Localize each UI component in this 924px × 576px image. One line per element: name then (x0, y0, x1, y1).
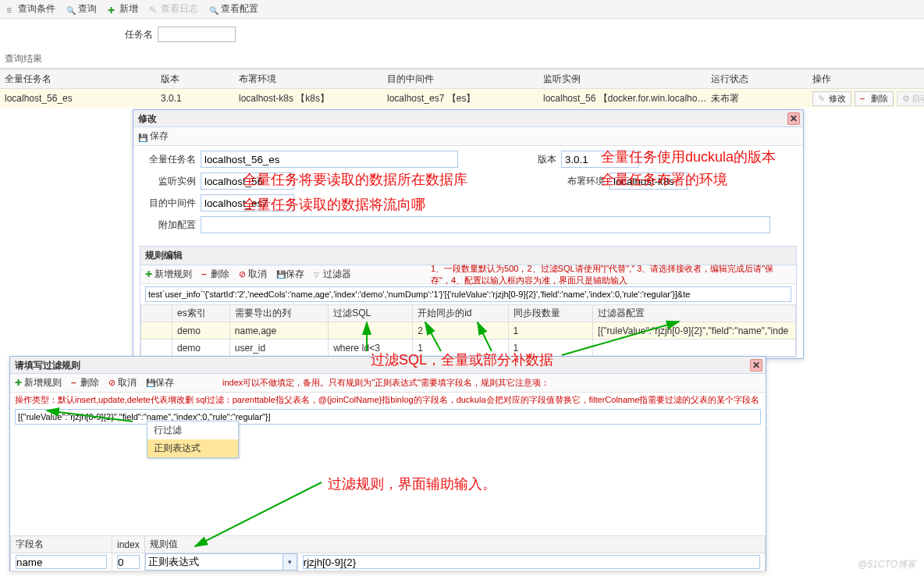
dialog-title: 修改 ✕ (133, 110, 803, 127)
filter-icon (314, 268, 323, 278)
task-name-input[interactable] (158, 27, 236, 42)
col-ver: 版本 (161, 73, 239, 86)
f-add[interactable]: 新增规则 (15, 376, 62, 389)
del-icon (201, 268, 211, 278)
save-icon (146, 377, 155, 386)
view-icon (209, 5, 219, 14)
rule-save[interactable]: 保存 (276, 268, 304, 281)
close-icon[interactable]: ✕ (750, 359, 762, 372)
col-inst: 监听实例 (543, 73, 711, 86)
del-icon (860, 94, 869, 103)
lbl-extra: 附加配置 (141, 219, 196, 232)
rule-value-input[interactable] (303, 555, 760, 569)
table-row[interactable]: demoname,age21[{"ruleValue":"rjzjh[0-9]{… (141, 322, 796, 340)
grid-header: 全量任务名 版本 布署环境 目的中间件 监听实例 运行状态 操作 (0, 69, 924, 89)
filter-dlg-title: 请填写过滤规则 ✕ (10, 357, 766, 374)
main-toolbar: 查询条件 查询 新增 查看日志 查看配置 (0, 0, 924, 19)
field-name-input[interactable] (16, 555, 107, 569)
rule-filter[interactable]: 过滤器 (314, 268, 351, 281)
lbl-name: 全量任务名 (141, 153, 196, 166)
rule-del[interactable]: 删除 (201, 268, 229, 281)
start-icon: ⚙ (902, 94, 910, 104)
condition-row: 任务名 (0, 19, 924, 50)
row-name: localhost_56_es (5, 93, 161, 104)
inp-mid[interactable] (201, 194, 294, 212)
row-ver: 3.0.1 (161, 93, 239, 104)
rule-type-combo[interactable] (145, 553, 297, 571)
del-button[interactable]: 删除 (855, 91, 894, 106)
col-env: 布署环境 (239, 73, 387, 86)
start-button[interactable]: ⚙启动 (897, 91, 924, 106)
index-input[interactable] (117, 555, 140, 569)
table-row[interactable]: demouser_idwhere Id<311 (141, 340, 796, 357)
rule-panel: 规则编辑 新增规则 删除 取消 保存 过滤器 1、一段数量默认为500，2、过滤… (140, 246, 797, 357)
results-title: 查询结果 (0, 50, 924, 69)
f-note1: index可以不做填定，备用。只有规则为"正则表达式"需要填字段名，规则其它注意… (183, 377, 549, 389)
task-name-label: 任务名 (125, 28, 153, 41)
edit-button[interactable]: 修改 (812, 91, 851, 106)
lbl-ver: 版本 (463, 153, 556, 166)
row-inst: localhost_56 【docker.for.win.localhost】 (543, 92, 711, 105)
row-mid: localhost_es7 【es】 (387, 92, 543, 105)
inp-inst[interactable] (201, 172, 294, 190)
add-icon (15, 377, 24, 386)
rule-cancel[interactable]: 取消 (239, 268, 267, 281)
row-state: 未布署 (711, 92, 812, 105)
rule-note-1: 1、一段数量默认为500，2、过滤SQL请使用"|"代替"," 3、请选择接收者… (361, 263, 791, 286)
inp-extra[interactable] (201, 216, 770, 233)
search-button[interactable]: 查询 (66, 2, 97, 16)
bars-icon (6, 5, 16, 14)
inp-env[interactable] (609, 172, 688, 190)
add-icon (108, 5, 117, 14)
add-icon (145, 268, 155, 278)
log-button[interactable]: 查看日志 (149, 2, 198, 16)
cond-button[interactable]: 查询条件 (6, 2, 55, 16)
rule-add[interactable]: 新增规则 (145, 268, 192, 281)
col-name: 全量任务名 (5, 73, 161, 86)
config-button[interactable]: 查看配置 (209, 2, 258, 16)
watermark: @51CTO博客 (858, 558, 916, 571)
cancel-icon (108, 377, 118, 386)
close-icon[interactable]: ✕ (787, 112, 800, 125)
save-icon (276, 268, 286, 278)
grid-row[interactable]: localhost_56_es 3.0.1 localhost-k8s 【k8s… (0, 89, 924, 108)
col-mid: 目的中间件 (387, 73, 543, 86)
f-note2: 操作类型：默认insert,update,delete代表增改删 sql过滤：p… (10, 393, 766, 407)
rule-dropdown[interactable]: 行过滤 正则表达式 (147, 421, 239, 458)
log-icon (149, 5, 158, 14)
col-ops: 操作 (812, 73, 924, 86)
filter-json[interactable] (15, 409, 761, 425)
f-save[interactable]: 保存 (146, 376, 174, 389)
save-icon (138, 132, 147, 141)
dropdown-item[interactable]: 行过滤 (147, 421, 238, 439)
lbl-env: 布署环境 (561, 175, 605, 188)
dropdown-item[interactable]: 正则表达式 (147, 439, 238, 457)
col-state: 运行状态 (711, 73, 812, 86)
del-icon (71, 377, 80, 386)
add-button[interactable]: 新增 (108, 2, 138, 16)
edit-icon (818, 94, 827, 103)
inp-ver[interactable] (561, 151, 639, 168)
f-cancel[interactable]: 取消 (108, 376, 137, 389)
chevron-down-icon[interactable] (283, 553, 297, 571)
filter-row[interactable] (11, 553, 766, 571)
cancel-icon (239, 268, 248, 278)
row-env: localhost-k8s 【k8s】 (239, 92, 387, 105)
search-icon (66, 5, 76, 14)
f-del[interactable]: 删除 (71, 376, 99, 389)
inp-name[interactable] (201, 151, 458, 168)
rule-table: es索引 需要导出的列 过滤SQL 开始同步的id 同步段数量 过滤器配置 de… (140, 304, 796, 357)
filter-dialog: 请填写过滤规则 ✕ 新增规则 删除 取消 保存 index可以不做填定，备用。只… (9, 356, 766, 571)
dlg-save-button[interactable]: 保存 (138, 130, 169, 143)
lbl-mid: 目的中间件 (141, 197, 196, 210)
edit-dialog: 修改 ✕ 保存 全量任务名 版本 监听实例 布署环境 目的中间件 附加配置 规则… (133, 109, 804, 359)
rule-text[interactable] (145, 286, 791, 302)
lbl-inst: 监听实例 (141, 175, 196, 188)
